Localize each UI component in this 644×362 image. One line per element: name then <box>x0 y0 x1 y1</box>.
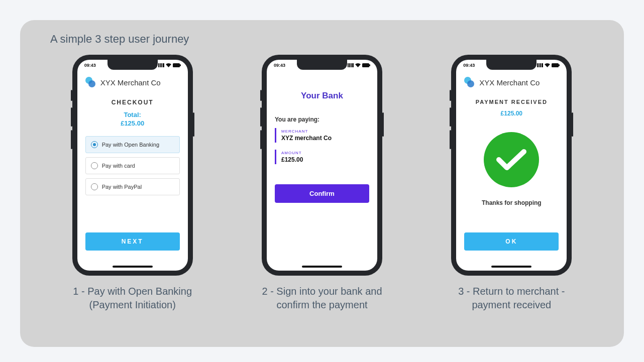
signal-icon <box>537 63 543 67</box>
option-label: Pay with Open Banking <box>102 142 159 148</box>
screen-content: Your Bank You are paying: MERCHANT XYZ m… <box>267 68 377 271</box>
pay-option-card[interactable]: Pay with card <box>85 157 180 174</box>
spacer <box>464 206 559 232</box>
merchant-brand: XYX Merchant Co <box>464 77 559 88</box>
spacer <box>275 203 369 251</box>
caption-line: 1 - Pay with Open Banking <box>73 286 192 297</box>
amount-info: AMOUNT £125.00 <box>275 150 369 164</box>
phone-screen: 09:43 XYX Merchant Co PAYMENT RECEIVED £… <box>456 60 567 271</box>
radio-icon <box>91 141 98 148</box>
merchant-label: MERCHANT <box>281 129 369 134</box>
svg-rect-0 <box>173 63 180 67</box>
paying-label: You are paying: <box>275 116 369 123</box>
phone-notch <box>297 60 347 70</box>
step-2: 09:43 Your Bank You are paying: MERCHANT… <box>235 55 409 312</box>
checkout-heading: CHECKOUT <box>85 99 180 106</box>
received-heading: PAYMENT RECEIVED <box>464 99 559 105</box>
ok-button[interactable]: OK <box>464 232 559 251</box>
caption-line: payment received <box>472 299 551 310</box>
step-1: 09:43 XYX Merchant Co CHECKOUT Total: £1… <box>45 55 220 312</box>
check-circle-icon <box>484 132 539 187</box>
home-indicator <box>302 266 342 268</box>
status-time: 09:43 <box>84 63 96 68</box>
diagram-title: A simple 3 step user journey <box>50 33 599 46</box>
svg-rect-1 <box>180 64 181 66</box>
received-amount: £125.00 <box>464 110 559 117</box>
svg-rect-2 <box>362 63 369 67</box>
phone-side-button <box>450 107 451 127</box>
home-indicator <box>491 266 531 268</box>
step-caption: 2 - Sign into your bank and confirm the … <box>262 285 382 312</box>
phone-notch <box>108 60 158 70</box>
wifi-icon <box>545 63 550 67</box>
phone-mockup: 09:43 XYX Merchant Co PAYMENT RECEIVED £… <box>451 55 572 276</box>
svg-rect-4 <box>552 63 559 67</box>
step-caption: 3 - Return to merchant - payment receive… <box>458 285 565 312</box>
option-label: Pay with PayPal <box>102 184 142 190</box>
success-check <box>464 132 559 187</box>
wifi-icon <box>355 63 361 67</box>
phone-screen: 09:43 XYX Merchant Co CHECKOUT Total: £1… <box>77 60 188 271</box>
wifi-icon <box>166 63 171 67</box>
bank-heading: Your Bank <box>275 91 369 101</box>
radio-icon <box>91 183 98 190</box>
battery-icon <box>173 63 181 67</box>
phone-side-button <box>193 112 194 137</box>
signal-icon <box>348 63 354 67</box>
checkout-total: Total: £125.00 <box>85 111 180 128</box>
merchant-logo-icon <box>85 77 96 88</box>
caption-line: confirm the payment <box>276 299 367 310</box>
step-3: 09:43 XYX Merchant Co PAYMENT RECEIVED £… <box>424 55 599 312</box>
total-value: £125.00 <box>121 119 144 127</box>
phone-side-button <box>71 130 72 149</box>
confirm-button[interactable]: Confirm <box>275 184 369 203</box>
phone-mockup: 09:43 Your Bank You are paying: MERCHANT… <box>262 55 382 276</box>
next-button[interactable]: NEXT <box>85 232 180 251</box>
phone-side-button <box>450 90 451 101</box>
spacer <box>275 171 369 184</box>
phone-mockup: 09:43 XYX Merchant Co CHECKOUT Total: £1… <box>72 55 193 276</box>
merchant-logo-icon <box>464 77 475 88</box>
thanks-text: Thanks for shopping <box>464 199 559 206</box>
screen-content: XYX Merchant Co CHECKOUT Total: £125.00 … <box>77 68 188 271</box>
phone-side-button <box>260 107 262 127</box>
amount-value: £125.00 <box>281 156 369 163</box>
diagram-canvas: A simple 3 step user journey 09:43 X <box>0 0 644 362</box>
signal-icon <box>158 63 164 67</box>
phone-side-button <box>71 90 72 101</box>
steps-row: 09:43 XYX Merchant Co CHECKOUT Total: £1… <box>45 55 599 312</box>
phone-screen: 09:43 Your Bank You are paying: MERCHANT… <box>267 60 377 271</box>
screen-content: XYX Merchant Co PAYMENT RECEIVED £125.00… <box>456 68 567 271</box>
merchant-name: XYX Merchant Co <box>100 78 161 87</box>
status-time: 09:43 <box>463 63 475 68</box>
svg-rect-5 <box>559 64 560 66</box>
battery-icon <box>362 63 370 67</box>
merchant-value: XYZ merchant Co <box>281 135 369 142</box>
diagram-panel: A simple 3 step user journey 09:43 X <box>20 20 624 347</box>
status-indicators <box>158 63 181 67</box>
pay-option-paypal[interactable]: Pay with PayPal <box>85 178 180 195</box>
total-label: Total: <box>124 111 141 118</box>
phone-side-button <box>382 112 384 137</box>
caption-line: 3 - Return to merchant - <box>458 286 565 297</box>
svg-rect-3 <box>369 64 370 66</box>
radio-icon <box>91 162 98 169</box>
phone-side-button <box>260 130 262 149</box>
status-time: 09:43 <box>274 63 285 68</box>
step-caption: 1 - Pay with Open Banking (Payment Initi… <box>73 285 192 312</box>
pay-option-open-banking[interactable]: Pay with Open Banking <box>85 136 180 153</box>
phone-side-button <box>450 130 451 149</box>
phone-side-button <box>71 107 72 127</box>
status-indicators <box>348 63 370 67</box>
spacer <box>85 199 180 232</box>
phone-side-button <box>260 90 262 101</box>
phone-notch <box>486 60 536 70</box>
caption-line: 2 - Sign into your bank and <box>262 286 382 297</box>
home-indicator <box>113 266 153 268</box>
merchant-brand: XYX Merchant Co <box>85 77 180 88</box>
merchant-name: XYX Merchant Co <box>479 78 540 87</box>
caption-line: (Payment Initiation) <box>89 299 176 310</box>
battery-icon <box>552 63 560 67</box>
phone-side-button <box>572 112 573 137</box>
merchant-info: MERCHANT XYZ merchant Co <box>275 128 369 143</box>
